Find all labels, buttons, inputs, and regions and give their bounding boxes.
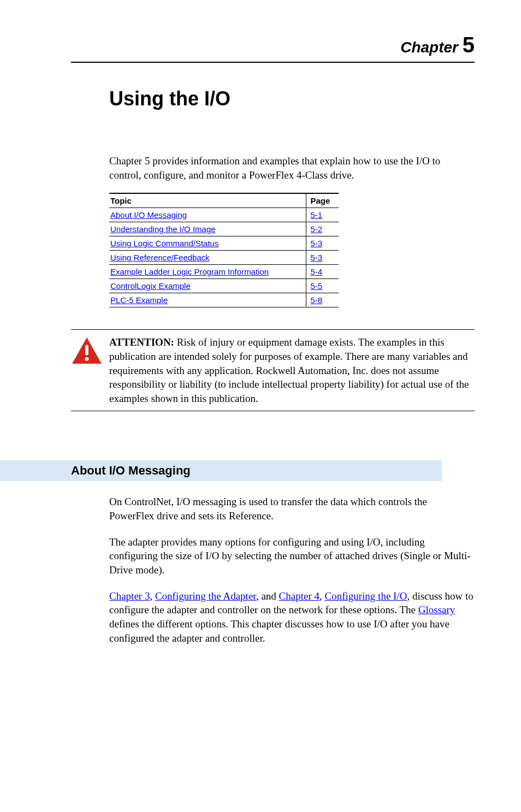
chapter-header: Chapter 5 — [71, 33, 475, 57]
text-sep: defines the different options. This chap… — [109, 618, 449, 644]
topic-link[interactable]: Example Ladder Logic Program Information — [110, 267, 269, 276]
page-link[interactable]: 5-3 — [311, 239, 323, 248]
configuring-io-link[interactable]: Configuring the I/O — [324, 590, 407, 602]
topic-header: Topic — [109, 193, 306, 208]
chapter-3-link[interactable]: Chapter 3 — [109, 590, 150, 602]
configuring-adapter-link[interactable]: Configuring the Adapter — [155, 590, 256, 602]
page-title: Using the I/O — [109, 87, 475, 110]
table-row: ControlLogix Example 5-5 — [109, 279, 339, 293]
page-link[interactable]: 5-8 — [311, 295, 323, 305]
table-row: About I/O Messaging 5-1 — [109, 208, 339, 222]
section-para-3: Chapter 3, Configuring the Adapter, and … — [109, 589, 475, 645]
warning-triangle-icon — [71, 336, 103, 365]
svg-point-2 — [85, 357, 89, 361]
table-row: Understanding the I/O Image 5-2 — [109, 222, 339, 236]
glossary-link[interactable]: Glossary — [418, 604, 455, 615]
topic-table: Topic Page About I/O Messaging 5-1 Under… — [109, 193, 339, 307]
attention-block: ATTENTION: Risk of injury or equipment d… — [71, 329, 475, 411]
page-link[interactable]: 5-1 — [311, 210, 323, 220]
topic-link[interactable]: Using Logic Command/Status — [110, 239, 218, 248]
page-link[interactable]: 5-3 — [311, 253, 323, 262]
page-link[interactable]: 5-5 — [311, 281, 323, 291]
section-para-2: The adapter provides many options for co… — [109, 535, 475, 577]
table-row: Example Ladder Logic Program Information… — [109, 265, 339, 279]
chapter-4-link[interactable]: Chapter 4 — [279, 590, 319, 602]
chapter-number: 5 — [463, 33, 475, 57]
text-sep: , and — [256, 590, 279, 602]
topic-link[interactable]: Using Reference/Feedback — [110, 253, 210, 262]
table-row: Using Reference/Feedback 5-3 — [109, 251, 339, 265]
page-header: Page — [306, 193, 339, 208]
topic-link[interactable]: ControlLogix Example — [110, 281, 191, 291]
chapter-word: Chapter — [400, 39, 458, 56]
topic-link[interactable]: PLC-5 Example — [110, 295, 168, 305]
section-para-1: On ControlNet, I/O messaging is used to … — [109, 495, 475, 523]
chapter-rule — [71, 62, 475, 63]
page-link[interactable]: 5-4 — [311, 267, 323, 276]
table-header-row: Topic Page — [109, 193, 339, 208]
section-heading: About I/O Messaging — [0, 460, 442, 481]
svg-rect-1 — [85, 345, 88, 355]
topic-link[interactable]: Understanding the I/O Image — [110, 224, 216, 234]
attention-label: ATTENTION: — [109, 336, 174, 348]
table-row: Using Logic Command/Status 5-3 — [109, 236, 339, 251]
table-row: PLC-5 Example 5-8 — [109, 293, 339, 307]
intro-paragraph: Chapter 5 provides information and examp… — [109, 154, 475, 182]
topic-link[interactable]: About I/O Messaging — [110, 210, 187, 220]
page-link[interactable]: 5-2 — [311, 224, 323, 234]
text-sep: , — [150, 590, 155, 602]
attention-text: ATTENTION: Risk of injury or equipment d… — [109, 335, 475, 405]
